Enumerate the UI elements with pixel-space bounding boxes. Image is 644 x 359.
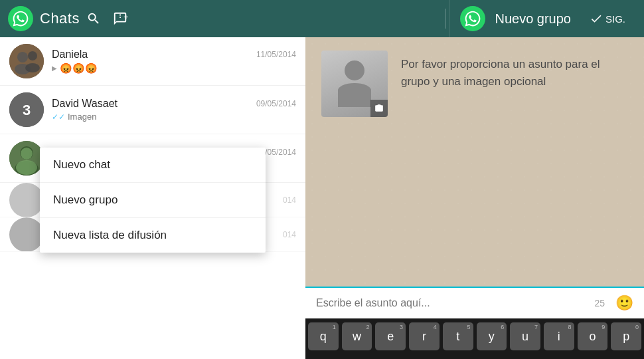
emoji-button[interactable]: 🙂 (615, 295, 633, 312)
right-panel-content: Por favor proporciona un asunto para el … (305, 37, 644, 287)
whatsapp-logo (8, 6, 33, 31)
dropdown-menu: Nuevo chat Nuevo grupo Nueva lista de di… (40, 148, 266, 253)
key-u[interactable]: 7u (510, 322, 540, 350)
person-silhouette (338, 60, 371, 107)
preview-text-david: Imagen (68, 112, 96, 122)
camera-icon (370, 100, 388, 117)
chat-date-david: 09/05/2014 (256, 99, 296, 108)
chat-preview-david: ✓✓ Imagen (52, 112, 296, 122)
top-bar-left: Chats + (8, 6, 443, 31)
svg-text:3: 3 (23, 102, 31, 118)
chat-item-david[interactable]: 3 David Wasaet 09/05/2014 ✓✓ Imagen (0, 86, 305, 134)
header-divider (445, 9, 446, 29)
subject-area: 25 🙂 (305, 287, 644, 318)
avatar-daniela (9, 44, 44, 78)
svg-point-4 (25, 63, 40, 72)
play-icon-daniela: ▶ (52, 64, 57, 72)
key-i[interactable]: 8i (544, 322, 574, 350)
keyboard: 1q 2w 3e 4r 5t 6y 7u 8i 9o 0p (305, 318, 644, 359)
right-panel: Por favor proporciona un asunto para el … (305, 37, 644, 359)
svg-point-11 (16, 160, 37, 175)
nuevo-grupo-title: Nuevo grupo (495, 11, 571, 27)
group-info-area: Por favor proporciona un asunto para el … (305, 37, 644, 287)
char-count: 25 (594, 298, 605, 308)
key-y[interactable]: 6y (477, 322, 507, 350)
key-q[interactable]: 1q (308, 322, 339, 350)
whatsapp-logo-right (460, 6, 485, 31)
group-avatar[interactable] (321, 51, 388, 117)
main-content: Daniela 11/05/2014 ▶ 😡😡😡 3 (0, 37, 644, 359)
chat-info-daniela: Daniela 11/05/2014 ▶ 😡😡😡 (52, 49, 296, 74)
chat-name-david: David Wasaet (52, 98, 118, 110)
silhouette-body (338, 83, 371, 107)
new-chat-icon[interactable]: + (113, 11, 129, 26)
chats-title: Chats (40, 10, 80, 27)
top-bar-left-actions: + (86, 11, 129, 26)
chat-date-daniela: 11/05/2014 (256, 50, 296, 59)
svg-point-3 (28, 51, 37, 60)
confirm-button[interactable]: SIG. (590, 12, 625, 25)
dropdown-item-nueva-lista[interactable]: Nueva lista de difusión (40, 218, 266, 253)
silhouette-head (345, 60, 364, 80)
avatar-david: 3 (9, 92, 44, 127)
group-description-text: Por favor proporciona un asunto para el … (401, 56, 628, 90)
chat-name-daniela: Daniela (52, 49, 88, 60)
emoji-preview: 😡😡😡 (60, 62, 98, 74)
key-r[interactable]: 4r (409, 322, 440, 350)
chat-preview-daniela: ▶ 😡😡😡 (52, 62, 296, 74)
dropdown-item-nuevo-chat[interactable]: Nuevo chat (40, 148, 266, 183)
top-bar-right: Nuevo grupo SIG. (449, 0, 636, 37)
subject-input[interactable] (316, 297, 594, 309)
key-t[interactable]: 5t (443, 322, 473, 350)
keyboard-row-1: 1q 2w 3e 4r 5t 6y 7u 8i 9o 0p (308, 322, 641, 350)
avatar-partial-1 (9, 183, 44, 217)
avatar-partial-2 (9, 217, 44, 252)
svg-point-1 (17, 52, 28, 62)
chat-info-david: David Wasaet 09/05/2014 ✓✓ Imagen (52, 98, 296, 122)
key-p[interactable]: 0p (611, 322, 641, 350)
svg-point-10 (21, 148, 33, 160)
sig-label: SIG. (605, 13, 625, 25)
key-e[interactable]: 3e (375, 322, 406, 350)
chat-item-daniela[interactable]: Daniela 11/05/2014 ▶ 😡😡😡 (0, 37, 305, 86)
top-bar: Chats + Nuevo grupo SIG. (0, 0, 644, 37)
double-check-icon: ✓✓ (52, 112, 65, 122)
key-o[interactable]: 9o (578, 322, 608, 350)
dropdown-item-nuevo-grupo[interactable]: Nuevo grupo (40, 183, 266, 218)
key-w[interactable]: 2w (342, 322, 372, 350)
left-panel: Daniela 11/05/2014 ▶ 😡😡😡 3 (0, 37, 305, 359)
subject-input-wrapper: 25 (316, 297, 609, 309)
search-icon[interactable] (86, 11, 101, 26)
group-description-area: Por favor proporciona un asunto para el … (401, 51, 628, 90)
avatar-laica (9, 141, 44, 176)
